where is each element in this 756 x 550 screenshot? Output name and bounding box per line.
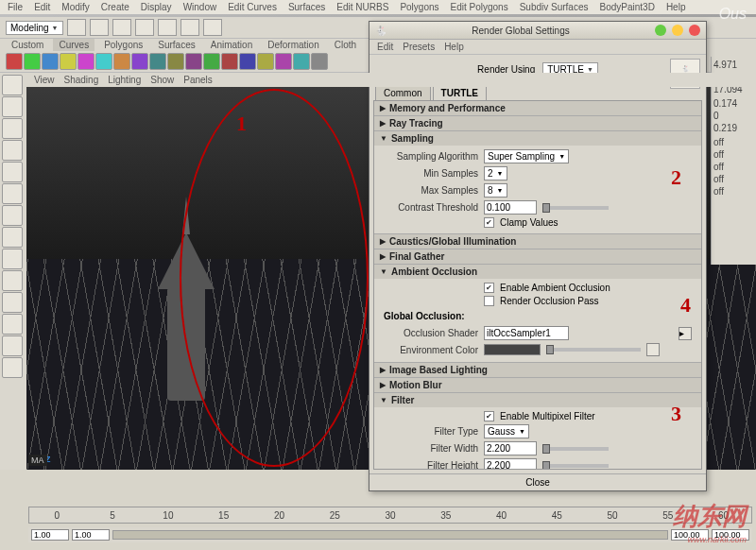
tool-button[interactable] bbox=[2, 96, 23, 117]
enable-filter-checkbox[interactable]: ✔ bbox=[484, 411, 494, 421]
shelf-icon[interactable] bbox=[149, 53, 166, 70]
menu-bodypaint3d[interactable]: BodyPaint3D bbox=[600, 2, 655, 12]
tool-button[interactable] bbox=[2, 227, 23, 248]
filter-width-input[interactable] bbox=[484, 441, 537, 455]
menu-subdiv surfaces[interactable]: Subdiv Surfaces bbox=[520, 2, 589, 12]
view-menu-shading[interactable]: Shading bbox=[64, 75, 99, 85]
menu-polygons[interactable]: Polygons bbox=[400, 2, 438, 12]
shelf-icon[interactable] bbox=[275, 53, 292, 70]
menu-edit curves[interactable]: Edit Curves bbox=[228, 2, 277, 12]
tab-common[interactable]: Common bbox=[375, 85, 431, 100]
playback-start-input[interactable] bbox=[72, 529, 110, 541]
toolbar-icon[interactable] bbox=[203, 19, 222, 36]
tool-button[interactable] bbox=[2, 292, 23, 313]
filter-height-input[interactable] bbox=[484, 458, 537, 470]
close-button[interactable]: Close bbox=[369, 473, 706, 490]
shelf-icon[interactable] bbox=[185, 53, 202, 70]
menu-file[interactable]: File bbox=[8, 2, 23, 12]
toolbar-icon[interactable] bbox=[90, 19, 109, 36]
render-ao-pass-checkbox[interactable] bbox=[484, 296, 494, 306]
tool-button[interactable] bbox=[2, 314, 23, 335]
tool-button[interactable] bbox=[2, 75, 23, 95]
tool-button[interactable] bbox=[2, 335, 23, 356]
env-map-button[interactable] bbox=[646, 343, 660, 356]
shelf-tab-polygons[interactable]: Polygons bbox=[98, 39, 148, 51]
env-color-swatch[interactable] bbox=[484, 344, 541, 355]
clamp-checkbox[interactable]: ✔ bbox=[484, 217, 494, 228]
main-menubar[interactable]: FileEditModifyCreateDisplayWindowEdit Cu… bbox=[0, 0, 756, 14]
filter-width-slider[interactable] bbox=[542, 447, 609, 451]
channel-value[interactable]: 0.219 bbox=[713, 122, 754, 134]
view-menu-view[interactable]: View bbox=[34, 75, 55, 85]
channel-value[interactable]: off bbox=[713, 148, 754, 161]
playback-end-input[interactable] bbox=[671, 529, 709, 541]
shelf-icon[interactable] bbox=[167, 53, 184, 70]
max-samples-dropdown[interactable]: 8 bbox=[484, 183, 507, 198]
shelf-icon[interactable] bbox=[95, 53, 112, 70]
shelf-icon[interactable] bbox=[60, 53, 77, 70]
section-ao-header[interactable]: ▼Ambient Occlusion bbox=[374, 265, 701, 279]
shelf-tab-custom[interactable]: Custom bbox=[6, 39, 49, 51]
shelf-tab-surfaces[interactable]: Surfaces bbox=[152, 39, 200, 51]
shelf-tab-animation[interactable]: Animation bbox=[205, 39, 258, 51]
menu-edit nurbs[interactable]: Edit NURBS bbox=[336, 2, 388, 12]
toolbar-icon[interactable] bbox=[67, 19, 86, 36]
range-track[interactable] bbox=[112, 530, 668, 540]
channel-value[interactable]: off bbox=[713, 185, 754, 198]
section-filter-header[interactable]: ▼Filter bbox=[374, 393, 701, 407]
tool-button[interactable] bbox=[2, 140, 23, 161]
shelf-tab-cloth[interactable]: Cloth bbox=[329, 39, 362, 51]
viewport-menu[interactable]: ViewShadingLightingShowPanels bbox=[26, 73, 756, 87]
maximize-button[interactable] bbox=[672, 25, 683, 36]
view-menu-show[interactable]: Show bbox=[150, 75, 174, 85]
shelf-icon[interactable] bbox=[77, 53, 94, 70]
tool-button[interactable] bbox=[2, 183, 23, 204]
view-menu-panels[interactable]: Panels bbox=[183, 75, 213, 85]
channel-value[interactable]: 0 bbox=[713, 110, 754, 122]
shelf-icon[interactable] bbox=[113, 53, 130, 70]
shelf-icon[interactable] bbox=[257, 53, 274, 70]
toolbox[interactable] bbox=[0, 73, 26, 470]
mode-dropdown[interactable]: Modeling bbox=[6, 21, 63, 35]
section-finalgather[interactable]: ▶Final Gather bbox=[374, 249, 701, 264]
menu-surfaces[interactable]: Surfaces bbox=[288, 2, 325, 12]
filter-height-slider[interactable] bbox=[542, 464, 609, 468]
menu-create[interactable]: Create bbox=[101, 2, 129, 12]
dialog-tabs[interactable]: Common TURTLE bbox=[369, 85, 706, 100]
shelf-icon[interactable] bbox=[293, 53, 310, 70]
menu-window[interactable]: Window bbox=[183, 2, 217, 12]
occlusion-shader-input[interactable] bbox=[484, 326, 569, 340]
toolbar-icon[interactable] bbox=[180, 19, 199, 36]
shelf-icon[interactable] bbox=[311, 53, 328, 70]
timeline[interactable]: 051015202530354045505560 bbox=[28, 507, 752, 524]
channel-value[interactable]: off bbox=[713, 161, 754, 173]
tool-button[interactable] bbox=[2, 249, 23, 269]
section-motionblur[interactable]: ▶Motion Blur bbox=[374, 378, 701, 392]
tool-button[interactable] bbox=[2, 118, 23, 139]
minimize-button[interactable] bbox=[655, 25, 666, 36]
menu-modify[interactable]: Modify bbox=[61, 2, 89, 12]
menu-display[interactable]: Display bbox=[141, 2, 172, 12]
menu-edit polygons[interactable]: Edit Polygons bbox=[451, 2, 508, 12]
tool-button[interactable] bbox=[2, 357, 23, 378]
filter-type-dropdown[interactable]: Gauss bbox=[484, 424, 529, 438]
section-ibl[interactable]: ▶Image Based Lighting bbox=[374, 363, 701, 377]
menu-help[interactable]: Help bbox=[666, 2, 686, 12]
toolbar-icon[interactable] bbox=[112, 19, 131, 36]
section-caustics[interactable]: ▶Caustics/Global Illumination bbox=[374, 234, 701, 249]
close-window-button[interactable] bbox=[689, 25, 700, 36]
tool-button[interactable] bbox=[2, 205, 23, 226]
dialog-titlebar[interactable]: 🐇 Render Global Settings bbox=[369, 22, 706, 40]
tool-button[interactable] bbox=[2, 270, 23, 291]
toolbar-icon[interactable] bbox=[135, 19, 154, 36]
tab-turtle[interactable]: TURTLE bbox=[433, 85, 487, 100]
section-sampling-header[interactable]: ▼Sampling bbox=[374, 131, 701, 146]
dialog-body[interactable]: ▶Memory and Performance ▶Ray Tracing ▼Sa… bbox=[373, 100, 702, 470]
dialog-menubar[interactable]: EditPresetsHelp bbox=[369, 40, 706, 55]
shader-map-button[interactable]: ▸ bbox=[679, 327, 692, 340]
shelf-icon[interactable] bbox=[239, 53, 256, 70]
range-end-input[interactable] bbox=[712, 529, 749, 541]
shelf-tab-curves[interactable]: Curves bbox=[53, 39, 94, 51]
shelf-tab-deformation[interactable]: Deformation bbox=[262, 39, 324, 51]
toolbar-icon[interactable] bbox=[158, 19, 177, 36]
